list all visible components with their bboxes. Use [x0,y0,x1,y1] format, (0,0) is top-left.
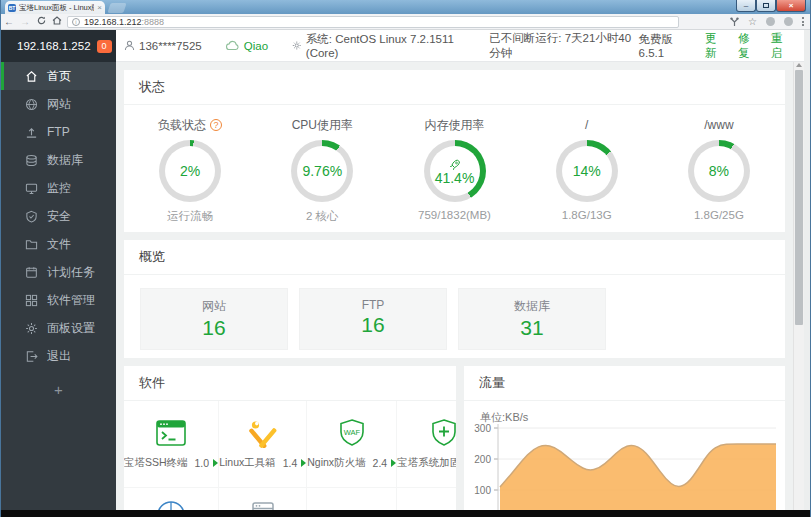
software-item-linux-toolbox[interactable]: Linux工具箱 1.4 [219,401,307,488]
page-info-icon[interactable]: i [72,18,80,26]
gauge-donut: 9.76% [291,140,353,202]
software-name: 宝塔系统加固 [397,456,456,470]
extension-icon-2[interactable] [784,17,793,26]
sidebar-item-software[interactable]: 软件管理 [1,286,116,314]
update-link[interactable]: 更新 [705,31,724,61]
reload-icon[interactable] [33,16,49,27]
gauge-caption: 2 核心 [306,209,339,224]
gear-icon [292,40,302,51]
scrollbar-up-icon[interactable] [796,63,802,67]
status-title: 状态 [124,70,785,105]
qq-item[interactable]: Qiao [226,40,268,52]
status-card: 状态 负载状态? 2% 运行流畅 CPU使用率 9.76% 2 核心 内存使用率… [124,70,785,232]
traffic-card: 流量 单位:KB/s 100200300 [464,366,785,510]
shield-icon [25,210,38,223]
window-close-button[interactable]: × [776,0,806,12]
stat-database[interactable]: 数据库 31 [458,288,606,350]
sidebar-item-ftp[interactable]: FTP [1,118,116,146]
plugin-icon[interactable] [730,17,739,27]
gauge-memory: 内存使用率 41.4% 759/1832(MB) [388,117,520,224]
home-icon[interactable] [49,16,65,27]
run-icon [391,459,396,467]
software-item-nginx-waf[interactable]: WAF Nginx防火墙 2.4 [307,401,397,488]
account-item[interactable]: 136****7525 [124,40,202,52]
sidebar-item-label: 面板设置 [47,320,95,337]
back-icon[interactable]: ← [1,17,17,27]
sidebar-item-security[interactable]: 安全 [1,202,116,230]
cloud-icon [226,40,240,51]
sidebar-item-database[interactable]: 数据库 [1,146,116,174]
window-maximize-button[interactable] [756,0,776,12]
software-item-ssh-terminal[interactable]: 宝塔SSH终端 1.0 [124,401,219,488]
gauge-caption: 运行流畅 [167,209,213,224]
sidebar-item-settings[interactable]: 面板设置 [1,314,116,342]
header-actions: 免费版 6.5.1 更新 修复 重启 [639,31,790,61]
software-item-partial-1[interactable] [124,488,219,510]
address-bar[interactable]: i 192.168.1.212:8888 [67,16,679,28]
gauge-cpu: CPU使用率 9.76% 2 核心 [256,117,388,224]
status-gauges: 负载状态? 2% 运行流畅 CPU使用率 9.76% 2 核心 内存使用率 41… [124,105,785,224]
gauge-percent: 9.76% [302,163,342,179]
sidebar-item-logout[interactable]: 退出 [1,342,116,370]
gauge-donut: 8% [688,140,750,202]
scrollbar-thumb[interactable] [795,70,803,325]
gauge-label: /www [704,118,733,132]
browser-menu-icon[interactable] [802,17,804,26]
software-item-partial-4[interactable] [397,488,456,510]
bookmark-star-icon[interactable]: ☆ [748,16,757,27]
restart-link[interactable]: 重启 [771,31,790,61]
software-title: 软件 [124,366,456,401]
sidebar-item-label: 首页 [47,68,71,85]
extension-icon-1[interactable] [766,17,775,26]
gauge-disk-root: / 14% 1.8G/13G [521,117,653,224]
stat-ftp[interactable]: FTP 16 [299,288,447,350]
overview-title: 概览 [124,240,785,275]
gauge-donut: 14% [556,140,618,202]
stat-label: 数据库 [459,298,605,315]
gauge-percent: 14% [573,163,601,179]
gauge-percent: 41.4% [435,170,475,186]
tab-close-icon[interactable]: × [97,4,102,12]
software-item-system-hardening[interactable]: 宝塔系统加固 1.3 [397,401,456,488]
help-icon[interactable]: ? [210,119,222,131]
tools-icon [246,418,280,448]
overview-card: 概览 网站 16 FTP 16 数据库 31 [124,240,785,358]
server-ip-block[interactable]: 192.168.1.252 0 [1,30,116,62]
home-icon [25,70,38,83]
waf-shield-icon: WAF [335,418,369,448]
sidebar-item-sites[interactable]: 网站 [1,90,116,118]
main-content: 状态 负载状态? 2% 运行流畅 CPU使用率 9.76% 2 核心 内存使用率… [116,62,793,510]
sidebar-item-label: 网站 [47,96,71,113]
svg-text:100: 100 [474,485,491,496]
sidebar-item-label: 数据库 [47,152,83,169]
new-tab-button[interactable] [107,3,126,13]
sidebar-item-cron[interactable]: 计划任务 [1,258,116,286]
page-scrollbar[interactable] [793,62,804,510]
traffic-title: 流量 [464,366,785,401]
sidebar-item-label: 安全 [47,208,71,225]
software-card: 软件 宝塔SSH终端 1.0 Linux工具箱 1.4 WAF Nginx防火墙… [124,366,456,510]
version-label: 免费版 6.5.1 [639,32,691,59]
window-right-frame [804,30,811,510]
browser-tab[interactable]: BT 宝塔Linux面板 - Linux版 × [5,1,105,14]
message-badge[interactable]: 0 [97,40,112,53]
sidebar-item-files[interactable]: 文件 [1,230,116,258]
repair-link[interactable]: 修复 [738,31,757,61]
software-name: Nginx防火墙 [307,456,365,470]
stat-value: 31 [459,316,605,340]
software-item-partial-3[interactable] [307,488,397,510]
ftp-icon [25,126,38,139]
svg-text:200: 200 [474,454,491,465]
sidebar-item-monitor[interactable]: 监控 [1,174,116,202]
rocket-icon[interactable] [449,157,461,169]
sidebar-item-home[interactable]: 首页 [1,62,116,90]
stat-sites[interactable]: 网站 16 [140,288,288,350]
software-item-partial-2[interactable] [219,488,307,510]
sidebar-add-button[interactable]: + [1,374,116,404]
window-minimize-button[interactable]: – [736,0,756,12]
gauge-disk-www: /www 8% 1.8G/25G [653,117,785,224]
database-icon [25,154,38,167]
gear-icon [25,322,38,335]
window-icon [250,500,276,510]
url-text: 192.168.1.212:8888 [84,17,164,27]
